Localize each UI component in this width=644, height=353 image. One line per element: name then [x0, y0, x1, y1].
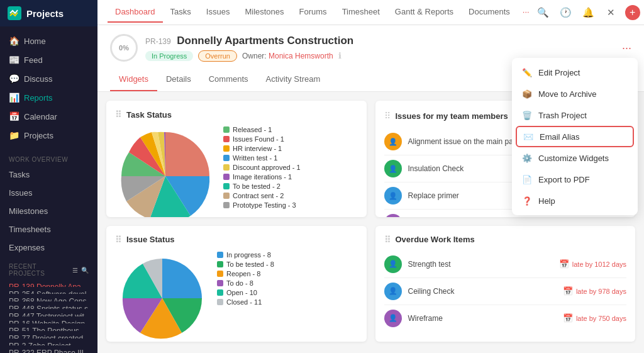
- search-icon[interactable]: 🔍: [535, 4, 552, 21]
- sidebar-item-home[interactable]: 🏠 Home: [0, 31, 97, 50]
- sidebar-label-feed: Feed: [24, 55, 43, 65]
- issue-avatar: 👤: [384, 187, 402, 205]
- sidebar-label-home: Home: [24, 36, 46, 46]
- add-button[interactable]: +: [625, 5, 640, 20]
- menu-item-email-alias[interactable]: ✉️ Email Alias: [516, 126, 634, 147]
- legend-closed: Closed - 11: [217, 298, 274, 306]
- calendar-icon: 📅: [9, 111, 19, 121]
- legend-issues-found: Issues Found - 1: [223, 135, 301, 143]
- sidebar-project-pr447[interactable]: PR-447 Testproject wit: [0, 309, 97, 317]
- sidebar-project-pr51[interactable]: PR-51 The Penthouse P: [0, 323, 97, 331]
- sidebar-item-projects[interactable]: 📁 Projects: [0, 126, 97, 145]
- sidebar-project-pr254[interactable]: PR-254 Software devel: [0, 287, 97, 294]
- drag-handle-overdue[interactable]: ⠿: [384, 235, 391, 245]
- calendar-icon: 📅: [559, 259, 569, 269]
- work-overview-header: WORK OVERVIEW: [0, 150, 97, 165]
- legend-dot: [223, 202, 230, 208]
- sidebar-item-calendar[interactable]: 📅 Calendar: [0, 107, 97, 126]
- task-status-legend: Released - 1 Issues Found - 1 HR intervi…: [223, 126, 301, 209]
- menu-item-trash-project[interactable]: 🗑️ Trash Project: [512, 104, 638, 126]
- drag-handle[interactable]: ⠿: [115, 109, 121, 120]
- drag-handle-issue-status[interactable]: ⠿: [115, 235, 121, 245]
- overdue-late-text: late by 1012 days: [572, 261, 626, 268]
- topbar-more[interactable]: ···: [518, 2, 535, 23]
- topbar-dashboard[interactable]: Dashboard: [108, 2, 163, 23]
- content-area: 0% PR-139 Donnelly Apartments Constructi…: [97, 25, 644, 353]
- menu-item-help[interactable]: ❓ Help: [512, 190, 638, 211]
- projects-icon: 📁: [9, 130, 19, 140]
- topbar-issues[interactable]: Issues: [199, 2, 238, 23]
- sidebar-item-discuss[interactable]: 💬 Discuss: [0, 69, 97, 88]
- tab-details[interactable]: Details: [157, 68, 200, 91]
- sidebar-item-feed[interactable]: 📰 Feed: [0, 50, 97, 69]
- overdue-row-ceiling[interactable]: 👤 Ceiling Check 📅 late by 978 days: [384, 278, 627, 305]
- menu-item-move-archive[interactable]: 📦 Move to Archive: [512, 83, 638, 104]
- overdue-late-text: late by 750 days: [576, 315, 626, 322]
- overdue-name: Wireframe: [408, 314, 557, 323]
- topbar-timesheet[interactable]: Timesheet: [335, 2, 387, 23]
- sidebar-header: Projects: [0, 0, 97, 26]
- task-status-title: ⠿ Task Status: [115, 109, 358, 120]
- reports-icon: 📊: [9, 92, 19, 103]
- sidebar-item-timesheets[interactable]: Timesheets: [0, 220, 97, 238]
- sidebar-project-pr77[interactable]: PR-77 Project created: [0, 331, 97, 339]
- trash-icon: 🗑️: [522, 110, 532, 120]
- bell-icon[interactable]: 🔔: [580, 4, 597, 21]
- owner-link[interactable]: Monica Hemsworth: [269, 52, 333, 60]
- sidebar-project-pr368[interactable]: PR-368 New Age Cons: [0, 294, 97, 301]
- legend-to-be-tested: To be tested - 2: [223, 182, 301, 190]
- topbar-tasks[interactable]: Tasks: [163, 2, 199, 23]
- sidebar-item-tasks[interactable]: Tasks: [0, 165, 97, 184]
- sidebar-project-pr322[interactable]: PR-322 ERP Phase III: [0, 345, 97, 353]
- legend-dot: [217, 261, 223, 267]
- drag-handle-issues[interactable]: ⠿: [384, 111, 391, 121]
- edit-icon: ✏️: [522, 67, 532, 77]
- sidebar-item-reports[interactable]: 📊 Reports: [0, 88, 97, 107]
- archive-icon: 📦: [522, 89, 532, 99]
- topbar-forums[interactable]: Forums: [292, 2, 335, 23]
- legend-dot: [223, 136, 230, 142]
- sidebar-item-issues[interactable]: Issues: [0, 184, 97, 202]
- search-icon-sidebar[interactable]: 🔍: [81, 267, 89, 274]
- tab-comments[interactable]: Comments: [200, 68, 257, 91]
- recent-projects-actions: ☰ 🔍: [72, 267, 89, 274]
- issue-avatar: 👤: [384, 160, 402, 177]
- menu-item-export-pdf[interactable]: 📄 Export to PDF: [512, 169, 638, 190]
- sidebar-project-pr448[interactable]: PR-448 Sprints status s: [0, 301, 97, 309]
- legend-dot: [217, 271, 223, 277]
- status-badge-progress: In Progress: [145, 51, 193, 61]
- feed-icon: 📰: [9, 55, 19, 65]
- sidebar-project-pr3[interactable]: PR-3 Zoho Project: [0, 339, 97, 346]
- menu-label: Trash Project: [538, 111, 587, 120]
- legend-dot: [223, 183, 230, 189]
- sidebar: Projects 🏠 Home 📰 Feed 💬 Discuss 📊 Repor…: [0, 0, 97, 353]
- topbar-milestones[interactable]: Milestones: [237, 2, 291, 23]
- clock-icon[interactable]: 🕐: [557, 4, 575, 21]
- menu-item-edit-project[interactable]: ✏️ Edit Project: [512, 62, 638, 83]
- tab-widgets[interactable]: Widgets: [110, 68, 157, 91]
- sidebar-project-pr16[interactable]: PR-16 Website Design: [0, 317, 97, 324]
- overdue-row-strength[interactable]: 👤 Strength test 📅 late by 1012 days: [384, 251, 627, 278]
- dropdown-menu: ✏️ Edit Project 📦 Move to Archive 🗑️ Tra…: [512, 58, 638, 215]
- topbar-gantt[interactable]: Gantt & Reports: [387, 2, 461, 23]
- menu-label: Customize Widgets: [538, 154, 609, 163]
- close-icon[interactable]: ✕: [602, 4, 620, 21]
- overdue-widget: ⠿ Overdue Work Items 👤 Strength test 📅 l…: [375, 226, 636, 342]
- overdue-name: Strength test: [408, 260, 553, 269]
- topbar-documents[interactable]: Documents: [461, 2, 518, 23]
- legend-dot: [217, 299, 223, 305]
- calendar-icon: 📅: [563, 313, 573, 323]
- legend-in-progress: In progress - 8: [217, 251, 274, 259]
- tab-activity-stream[interactable]: Activity Stream: [257, 68, 330, 91]
- list-icon[interactable]: ☰: [72, 267, 79, 274]
- app-logo: [8, 6, 21, 20]
- sidebar-project-pr139[interactable]: PR-139 Donnelly Aparts: [0, 279, 97, 287]
- sidebar-label-projects: Projects: [24, 131, 53, 140]
- sidebar-item-expenses[interactable]: Expenses: [0, 238, 97, 257]
- project-name: Donnelly Apartments Construction: [177, 35, 353, 47]
- recent-projects-header: RECENT PROJECTS ☰ 🔍: [0, 257, 97, 279]
- sidebar-item-milestones[interactable]: Milestones: [0, 202, 97, 220]
- menu-item-customize-widgets[interactable]: ⚙️ Customize Widgets: [512, 147, 638, 169]
- header-more-button[interactable]: ···: [622, 42, 631, 55]
- overdue-row-wireframe[interactable]: 👤 Wireframe 📅 late by 750 days: [384, 305, 627, 332]
